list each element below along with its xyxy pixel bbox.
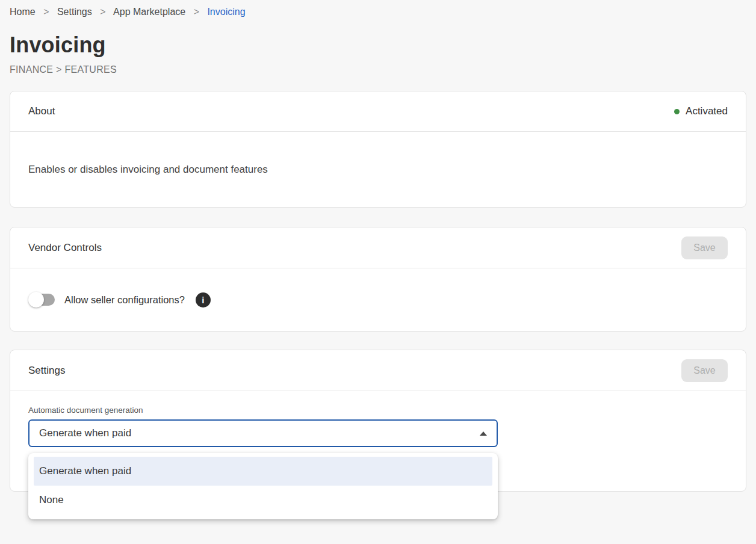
vendor-save-button[interactable]: Save	[681, 236, 728, 259]
breadcrumb-separator: >	[43, 7, 49, 17]
dropdown-option-none[interactable]: None	[34, 486, 492, 515]
settings-body: Automatic document generation Generate w…	[10, 391, 746, 447]
status-dot-icon	[674, 109, 680, 114]
vendor-controls-title: Vendor Controls	[28, 242, 102, 254]
vendor-controls-card: Vendor Controls Save Allow seller config…	[10, 227, 746, 332]
toggle-knob	[28, 292, 44, 308]
select-value: Generate when paid	[39, 427, 131, 439]
seller-configurations-label: Allow seller configurations?	[64, 294, 185, 306]
page-title: Invoicing	[10, 32, 746, 58]
status-badge: Activated	[674, 105, 728, 117]
settings-save-button[interactable]: Save	[681, 359, 728, 382]
about-card: About Activated Enables or disables invo…	[10, 91, 746, 208]
document-generation-dropdown: Generate when paid None	[28, 453, 498, 519]
breadcrumb-home[interactable]: Home	[10, 7, 36, 17]
breadcrumb-app-marketplace[interactable]: App Marketplace	[113, 7, 185, 17]
info-icon[interactable]: i	[196, 292, 211, 308]
breadcrumb-settings[interactable]: Settings	[57, 7, 92, 17]
page-subtitle: FINANCE > FEATURES	[10, 64, 746, 75]
chevron-up-icon	[480, 431, 487, 436]
status-label: Activated	[686, 105, 728, 117]
breadcrumb-separator: >	[194, 7, 199, 17]
about-card-body: Enables or disables invoicing and docume…	[10, 132, 746, 208]
breadcrumb-invoicing[interactable]: Invoicing	[207, 7, 245, 17]
vendor-controls-body: Allow seller configurations? i	[10, 268, 746, 331]
about-card-header: About Activated	[10, 91, 746, 132]
document-generation-select[interactable]: Generate when paid	[28, 419, 498, 447]
breadcrumb: Home > Settings > App Marketplace > Invo…	[10, 6, 746, 18]
about-card-title: About	[28, 105, 55, 117]
vendor-controls-header: Vendor Controls Save	[10, 227, 746, 268]
document-generation-field-label: Automatic document generation	[28, 406, 728, 415]
breadcrumb-separator: >	[100, 7, 105, 17]
page: Home > Settings > App Marketplace > Invo…	[0, 0, 756, 492]
about-description: Enables or disables invoicing and docume…	[28, 164, 268, 176]
seller-configurations-toggle[interactable]	[28, 292, 55, 308]
settings-header: Settings Save	[10, 350, 746, 391]
settings-title: Settings	[28, 365, 65, 377]
settings-card: Settings Save Automatic document generat…	[10, 350, 746, 492]
dropdown-option-generate-when-paid[interactable]: Generate when paid	[34, 457, 492, 486]
